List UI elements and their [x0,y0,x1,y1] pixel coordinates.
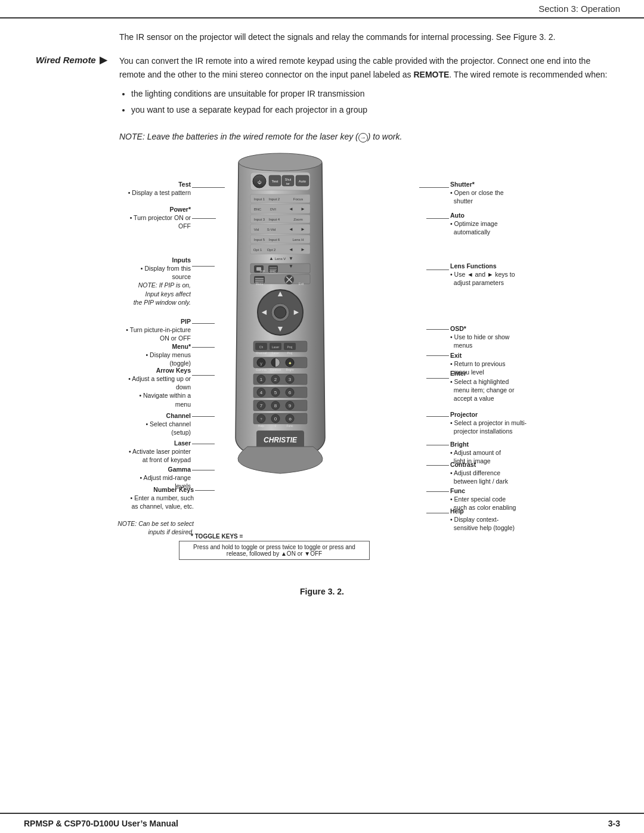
bullet-2: you want to use a separate keypad for ea… [131,103,608,116]
callout-number-keys: Number Keys • Enter a number, such as ch… [83,485,194,536]
svg-text:Lens H: Lens H [292,238,304,241]
svg-text:Vid: Vid [254,228,259,231]
note-content: NOTE: Leave the batteries in the wired r… [119,132,358,141]
svg-text:0: 0 [274,416,277,422]
svg-text:3: 3 [289,377,292,382]
footer-manual-name: RPMSP & CSP70-D100U User’s Manual [24,819,178,828]
svg-text:Func: Func [286,424,293,428]
callout-test-desc: • Display a test pattern [83,188,191,197]
section-arrow: ▶ [100,54,107,66]
diagram-outer: Test • Display a test pattern Power* • T… [83,151,561,581]
svg-text:Input 4: Input 4 [269,218,280,221]
main-content: The IR sensor on the projector will dete… [0,18,644,618]
svg-text:Exit: Exit [299,282,304,286]
svg-text:Input 3: Input 3 [254,218,265,221]
remote-bold: REMOTE [413,70,449,79]
callout-enter-desc: • Select a highlighted menu item; change… [450,377,561,403]
line-osd [426,329,449,330]
svg-text:5: 5 [274,390,277,395]
line-contrast [426,465,449,466]
callout-power-title: Power* [83,205,191,213]
callout-help: Help • Display context- sensitive help (… [450,507,561,532]
intro-paragraph: The IR sensor on the projector will dete… [119,30,608,44]
svg-text:Laser: Laser [272,351,280,355]
callout-lens-desc: • Use ◄ and ► keys to adjust parameters [450,270,561,287]
diagram-container: Test • Display a test pattern Power* • T… [36,151,608,581]
svg-text:Auto: Auto [299,179,306,183]
svg-text:Opt 1: Opt 1 [253,248,262,252]
callout-power-desc: • Turn projector ON or OFF [83,213,191,230]
svg-text:DVI: DVI [270,208,276,211]
svg-text:PIP: PIP [260,270,265,273]
svg-text:Proj: Proj [287,345,293,349]
callout-test: Test • Display a test pattern [83,180,191,197]
page-header: Section 3: Operation [0,0,644,18]
svg-text:Help: Help [258,424,265,428]
callout-arrow-keys-title: Arrow Keys [83,366,191,374]
svg-text:1: 1 [260,377,263,382]
callout-inputs-desc: • Display from this sourceNOTE: If PIP i… [83,264,191,306]
svg-text:Input 2: Input 2 [269,197,280,201]
svg-text:Laser: Laser [272,345,280,349]
svg-text:Bright: Bright [286,368,294,371]
callout-menu-desc: • Display menus (toggle) [83,351,191,367]
callout-auto-title: Auto [450,211,561,219]
callout-inputs-title: Inputs [83,256,191,264]
line-exit [426,355,449,356]
callout-osd-desc: • Use to hide or show menus [450,333,561,349]
callout-laser-title: Laser [83,439,191,447]
callout-auto-desc: • Optimize image automatically [450,219,561,236]
svg-text:▼: ▼ [289,264,293,269]
section-body: You can convert the IR remote into a wir… [119,54,608,122]
callout-number-keys-desc: • Enter a number, such as channel, value… [83,494,194,536]
callout-lens-functions: Lens Functions • Use ◄ and ► keys to adj… [450,262,561,287]
laser-key-icon: → [358,133,368,143]
callout-shutter-title: Shutter* [450,180,561,188]
svg-text:►: ► [301,227,305,232]
svg-text:Lens V: Lens V [275,257,286,261]
callout-menu-title: Menu* [83,342,191,351]
wired-remote-body-post: . The wired remote is recommended when: [449,70,607,79]
callout-channel: Channel • Select channel (setup) [83,411,191,437]
line-shutter [419,187,449,188]
wired-remote-label: Wired Remote [36,55,96,65]
line-bright [426,445,449,445]
bullet-list: the lighting conditions are unsuitable f… [131,87,608,116]
callout-channel-title: Channel [83,411,191,420]
svg-text:Proj: Proj [287,351,293,355]
callout-help-title: Help [450,507,561,515]
svg-text:▼: ▼ [289,256,293,261]
svg-text:S-Vid: S-Vid [267,228,276,231]
svg-text:0: 0 [275,424,277,428]
callout-laser-desc: • Activate laser pointer at front of key… [83,447,191,464]
svg-text:Test: Test [271,179,278,183]
svg-text:⚙: ⚙ [289,417,292,421]
svg-text:◄: ◄ [289,247,293,252]
svg-text:OSD: OSD [270,270,277,273]
callout-power: Power* • Turn projector ON or OFF [83,205,191,231]
line-enter [426,378,449,379]
callout-arrow-keys-desc: • Adjust a setting up or down• Navigate … [83,374,191,408]
svg-text:Focus: Focus [293,197,303,201]
svg-text:Opt 2: Opt 2 [267,248,276,252]
callout-contrast-desc: • Adjust difference between light / dark [450,469,561,485]
svg-text:⏻: ⏻ [258,180,262,184]
svg-text:►: ► [301,247,305,252]
bullet-1: the lighting conditions are unsuitable f… [131,87,608,100]
toggle-keys-label: * TOGGLE KEYS = [191,533,370,540]
svg-text:ter: ter [286,182,290,185]
callout-pip-title: PIP [83,317,191,326]
callout-exit-title: Exit [450,351,561,360]
line-help [426,513,449,513]
header-title: Section 3: Operation [538,4,620,14]
svg-text:γ: γ [260,361,262,366]
svg-text:8: 8 [274,403,277,408]
callout-projector-desc: • Select a projector in multi- projector… [450,419,561,435]
svg-text:Ch: Ch [259,345,264,349]
callout-pip-desc: • Turn picture-in-picture ON or OFF [83,326,191,342]
svg-text:◄: ◄ [260,307,268,317]
svg-point-67 [274,306,286,318]
svg-text:Zoom: Zoom [293,218,302,221]
line-lens [426,270,449,270]
note-end: ) to work. [368,132,402,141]
